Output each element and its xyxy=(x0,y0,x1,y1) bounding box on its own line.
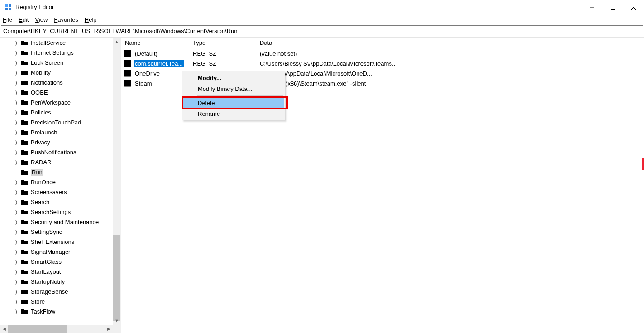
folder-icon xyxy=(21,239,28,245)
tree-item-search[interactable]: ❯Search xyxy=(0,197,113,207)
tree-item-shell-extensions[interactable]: ❯Shell Extensions xyxy=(0,237,113,247)
tree-horizontal-scrollbar[interactable]: ◀ ▶ xyxy=(0,325,113,333)
minimize-button[interactable] xyxy=(582,0,602,14)
expander-icon[interactable]: ❯ xyxy=(14,60,18,65)
folder-icon xyxy=(21,90,28,95)
expander-icon[interactable]: ❯ xyxy=(14,219,18,224)
tree-item-security-and-maintenance[interactable]: ❯Security and Maintenance xyxy=(0,217,113,227)
expander-icon[interactable]: ❯ xyxy=(14,190,18,195)
tree-item-startlayout[interactable]: ❯StartLayout xyxy=(0,266,113,276)
tree-item-runonce[interactable]: ❯RunOnce xyxy=(0,177,113,187)
menu-file[interactable]: File xyxy=(3,16,12,23)
expander-icon[interactable]: ❯ xyxy=(14,309,18,314)
tree-item-searchsettings[interactable]: ❯SearchSettings xyxy=(0,207,113,217)
expander-icon[interactable]: ❯ xyxy=(14,209,18,214)
expander-icon[interactable]: ❯ xyxy=(14,50,18,55)
tree-item-policies[interactable]: ❯Policies xyxy=(0,107,113,117)
scroll-up-icon[interactable]: ▲ xyxy=(113,38,121,46)
menu-favorites[interactable]: Favorites xyxy=(54,16,78,23)
svg-rect-2 xyxy=(5,8,8,10)
tree-item-radar[interactable]: ❯RADAR xyxy=(0,157,113,167)
value-name: com.squirrel.Tea... xyxy=(134,60,184,67)
value-row[interactable]: (Default)REG_SZ(value not set) xyxy=(121,48,644,58)
tree-item-mobility[interactable]: ❯Mobility xyxy=(0,67,113,77)
tree-item-settingsync[interactable]: ❯SettingSync xyxy=(0,227,113,237)
value-row[interactable]: com.squirrel.Tea...REG_SZC:\Users\Blessy… xyxy=(121,58,644,68)
tree-item-precisiontouchpad[interactable]: ❯PrecisionTouchPad xyxy=(0,117,113,127)
expander-icon[interactable]: ❯ xyxy=(14,40,18,45)
menu-item-rename[interactable]: Rename xyxy=(183,108,284,119)
expander-icon[interactable]: ❯ xyxy=(14,110,18,115)
menu-view[interactable]: View xyxy=(35,16,48,23)
pane-splitter[interactable] xyxy=(544,38,544,333)
address-bar[interactable]: Computer\HKEY_CURRENT_USER\SOFTWARE\Micr… xyxy=(1,25,643,36)
tree-item-taskflow[interactable]: ❯TaskFlow xyxy=(0,306,113,316)
tree-item-signalmanager[interactable]: ❯SignalManager xyxy=(0,247,113,257)
expander-icon[interactable]: ❯ xyxy=(14,180,18,185)
column-header-name[interactable]: Name xyxy=(121,38,189,48)
tree-item-penworkspace[interactable]: ❯PenWorkspace xyxy=(0,97,113,107)
tree-item-installservice[interactable]: ❯InstallService xyxy=(0,38,113,48)
tree-view[interactable]: ❯InstallService❯Internet Settings❯Lock S… xyxy=(0,38,113,325)
tree-vertical-scrollbar[interactable]: ▲ ▼ xyxy=(113,38,121,325)
expander-icon[interactable]: ❯ xyxy=(14,70,18,75)
column-header-type[interactable]: Type xyxy=(189,38,256,48)
tree-item-label: SearchSettings xyxy=(31,209,71,215)
menu-item-modify-binary-data[interactable]: Modify Binary Data... xyxy=(183,83,284,94)
tree-item-run[interactable]: Run xyxy=(0,167,113,177)
tree-item-oobe[interactable]: ❯OOBE xyxy=(0,87,113,97)
scroll-thumb-h[interactable] xyxy=(8,325,67,333)
tree-item-smartglass[interactable]: ❯SmartGlass xyxy=(0,257,113,266)
tree-item-label: Lock Screen xyxy=(31,59,63,66)
folder-icon xyxy=(21,139,28,145)
menu-help[interactable]: Help xyxy=(85,16,97,23)
scroll-left-icon[interactable]: ◀ xyxy=(0,327,8,331)
app-title: Registry Editor xyxy=(15,4,54,10)
expander-icon[interactable]: ❯ xyxy=(14,140,18,145)
menu-item-delete[interactable]: Delete xyxy=(183,97,284,108)
tree-item-storagesense[interactable]: ❯StorageSense xyxy=(0,286,113,296)
scroll-thumb[interactable] xyxy=(113,235,120,321)
folder-icon xyxy=(21,229,28,235)
maximize-button[interactable] xyxy=(602,0,623,14)
folder-icon xyxy=(21,199,28,205)
tree-item-store[interactable]: ❯Store xyxy=(0,296,113,306)
svg-rect-5 xyxy=(611,5,615,9)
menu-edit[interactable]: Edit xyxy=(19,16,29,23)
tree-item-label: SignalManager xyxy=(31,248,70,255)
expander-icon[interactable]: ❯ xyxy=(14,239,18,244)
scroll-down-icon[interactable]: ▼ xyxy=(113,317,121,325)
tree-item-privacy[interactable]: ❯Privacy xyxy=(0,137,113,147)
scroll-right-icon[interactable]: ▶ xyxy=(105,327,113,331)
tree-item-startupnotify[interactable]: ❯StartupNotify xyxy=(0,276,113,286)
close-button[interactable] xyxy=(623,0,644,14)
expander-icon[interactable]: ❯ xyxy=(14,259,18,264)
value-name: Steam xyxy=(134,80,153,87)
expander-icon[interactable]: ❯ xyxy=(14,229,18,234)
expander-icon[interactable]: ❯ xyxy=(14,130,18,135)
expander-icon[interactable]: ❯ xyxy=(14,279,18,284)
expander-icon[interactable]: ❯ xyxy=(14,160,18,165)
column-header-data[interactable]: Data xyxy=(256,38,419,48)
tree-item-lock-screen[interactable]: ❯Lock Screen xyxy=(0,57,113,67)
menu-item-modify[interactable]: Modify... xyxy=(183,72,284,83)
folder-icon xyxy=(21,129,28,135)
tree-item-label: Internet Settings xyxy=(31,49,74,56)
expander-icon[interactable]: ❯ xyxy=(14,120,18,125)
expander-icon[interactable]: ❯ xyxy=(14,289,18,294)
expander-icon[interactable]: ❯ xyxy=(14,80,18,85)
expander-icon[interactable]: ❯ xyxy=(14,150,18,155)
tree-item-internet-settings[interactable]: ❯Internet Settings xyxy=(0,48,113,57)
expander-icon[interactable]: ❯ xyxy=(14,269,18,274)
tree-item-prelaunch[interactable]: ❯Prelaunch xyxy=(0,127,113,137)
tree-item-pushnotifications[interactable]: ❯PushNotifications xyxy=(0,147,113,157)
expander-icon[interactable]: ❯ xyxy=(14,299,18,304)
expander-icon[interactable]: ❯ xyxy=(14,200,18,205)
tree-item-notifications[interactable]: ❯Notifications xyxy=(0,77,113,87)
tree-item-label: PrecisionTouchPad xyxy=(31,119,81,126)
tree-item-screensavers[interactable]: ❯Screensavers xyxy=(0,187,113,197)
regedit-icon xyxy=(5,4,12,11)
expander-icon[interactable]: ❯ xyxy=(14,100,18,105)
expander-icon[interactable]: ❯ xyxy=(14,90,18,95)
expander-icon[interactable]: ❯ xyxy=(14,249,18,254)
